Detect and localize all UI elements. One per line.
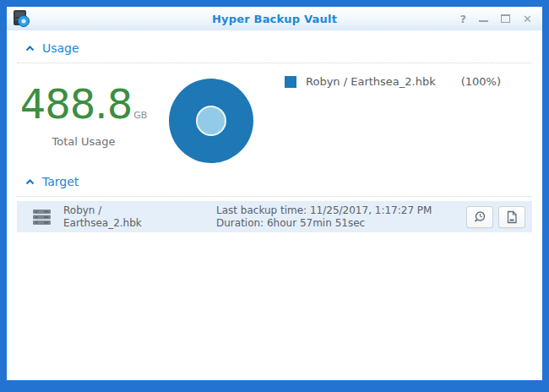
target-row-actions <box>466 206 525 228</box>
last-backup-time: Last backup time: 11/25/2017, 1:17:27 PM <box>216 204 466 217</box>
window-controls: ? ✕ <box>460 7 532 30</box>
total-usage-block: 488.8GB Total Usage <box>16 81 151 148</box>
usage-section-label: Usage <box>42 41 79 55</box>
total-usage-label: Total Usage <box>16 135 151 148</box>
target-name: Robyn / Earthsea_2.hbk <box>63 204 216 230</box>
usage-section-header[interactable]: Usage <box>17 41 532 63</box>
hyper-backup-vault-window: Hyper Backup Vault ? ✕ Usage 488.8GB Tot… <box>7 7 542 380</box>
target-row[interactable]: Robyn / Earthsea_2.hbk Last backup time:… <box>17 201 532 232</box>
usage-donut-chart <box>169 79 253 163</box>
total-usage-value: 488.8GB <box>16 81 151 128</box>
desktop: { "window": { "title": "Hyper Backup Vau… <box>0 0 549 392</box>
target-section-header[interactable]: Target <box>17 175 532 197</box>
minimize-icon[interactable] <box>479 12 488 25</box>
server-icon <box>32 209 52 226</box>
target-section-label: Target <box>42 175 79 188</box>
magnifier-clock-icon <box>473 210 486 224</box>
backup-duration: Duration: 6hour 57min 51sec <box>216 217 466 230</box>
target-name-line2: Earthsea_2.hbk <box>63 217 216 230</box>
close-icon[interactable]: ✕ <box>523 12 532 25</box>
target-name-line1: Robyn / <box>63 204 216 217</box>
help-icon[interactable]: ? <box>460 12 467 25</box>
usage-amount: 488.8 <box>20 80 132 128</box>
donut-hole <box>196 106 226 136</box>
usage-legend: Robyn / Earthsea_2.hbk (100%) <box>285 75 501 88</box>
chevron-up-icon <box>25 179 35 185</box>
window-content: Usage 488.8GB Total Usage Robyn / Earths… <box>7 30 542 380</box>
legend-swatch <box>285 76 296 88</box>
backup-explorer-button[interactable] <box>466 206 493 228</box>
log-button[interactable] <box>498 206 525 228</box>
usage-unit: GB <box>133 110 147 121</box>
chevron-up-icon <box>25 46 35 52</box>
legend-percent: (100%) <box>461 75 501 88</box>
target-backup-info: Last backup time: 11/25/2017, 1:17:27 PM… <box>216 204 466 230</box>
log-document-icon <box>506 210 518 224</box>
legend-label: Robyn / Earthsea_2.hbk <box>306 75 461 88</box>
maximize-icon[interactable] <box>501 12 510 25</box>
title-bar[interactable]: Hyper Backup Vault ? ✕ <box>7 7 542 31</box>
